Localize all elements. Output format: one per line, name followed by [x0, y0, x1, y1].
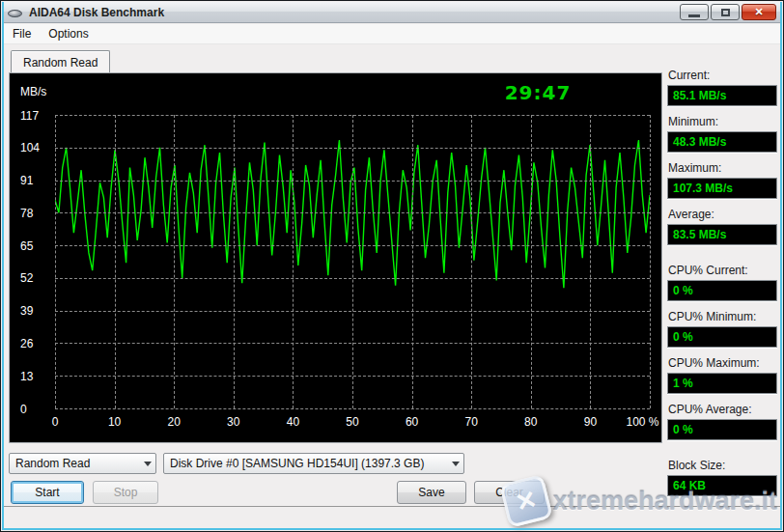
chevron-down-icon — [452, 462, 460, 466]
stat-value-current: 85.1 MB/s — [667, 85, 777, 106]
test-type-value: Random Read — [10, 457, 139, 470]
v-gridline — [352, 115, 353, 408]
maximize-button[interactable] — [711, 4, 740, 20]
close-icon: ✕ — [754, 6, 763, 18]
minimize-button[interactable] — [680, 4, 709, 20]
x-axis-tick-label: 10 — [108, 415, 121, 429]
titlebar[interactable]: AIDA64 Disk Benchmark ✕ — [2, 2, 782, 23]
h-gridline — [55, 408, 650, 409]
maximize-icon — [721, 9, 730, 16]
drive-dropdown-zone[interactable] — [447, 454, 463, 473]
stat-label-cpu-minimum: CPU% Minimum: — [668, 310, 778, 323]
stat-value-minimum: 48.3 MB/s — [667, 131, 777, 153]
stat-label-cpu-current: CPU% Current: — [668, 264, 778, 277]
stat-label-current: Current: — [668, 69, 778, 82]
v-gridline — [471, 115, 472, 408]
x-axis-tick-label: 20 — [168, 415, 181, 429]
y-axis-tick-label: 91 — [20, 174, 33, 187]
tab-random-read[interactable]: Random Read — [11, 50, 110, 73]
stat-label-maximum: Maximum: — [668, 161, 778, 175]
chevron-down-icon — [144, 462, 152, 466]
v-gridline — [234, 115, 235, 408]
v-gridline — [590, 115, 591, 408]
save-button[interactable]: Save — [397, 481, 466, 504]
x-axis-tick-label: 70 — [465, 415, 478, 429]
window-title: AIDA64 Disk Benchmark — [29, 6, 164, 19]
stat-value-average: 83.5 MB/s — [667, 224, 777, 245]
test-type-select[interactable]: Random Read — [9, 453, 156, 474]
y-axis-tick-label: 104 — [20, 141, 40, 154]
stat-label-block-size: Block Size: — [668, 459, 778, 472]
disk-icon — [8, 7, 23, 18]
minimize-icon — [688, 14, 700, 17]
stats-sidebar: Current: 85.1 MB/s Minimum: 48.3 MB/s Ma… — [667, 69, 778, 505]
clear-button[interactable]: Clear — [474, 481, 545, 504]
stat-value-cpu-minimum: 0 % — [667, 326, 777, 348]
y-axis-tick-label: 0 — [20, 403, 27, 416]
x-axis-tick-label: 0 — [52, 415, 59, 429]
x-axis-tick-label: 30 — [227, 415, 239, 429]
stat-value-cpu-average: 0 % — [667, 419, 777, 440]
close-button[interactable]: ✕ — [742, 4, 776, 20]
stat-value-maximum: 107.3 MB/s — [667, 178, 777, 199]
stat-value-cpu-maximum: 1 % — [667, 373, 777, 394]
status-separator — [4, 506, 780, 507]
y-axis-tick-label: 13 — [20, 370, 33, 383]
x-axis-tick-label: 90 — [584, 415, 597, 429]
test-type-dropdown-zone[interactable] — [139, 454, 155, 473]
x-axis-tick-label: 50 — [346, 415, 358, 429]
stat-value-cpu-current: 0 % — [667, 280, 777, 301]
x-axis-tick-label: 80 — [524, 415, 537, 429]
y-axis-tick-label: 78 — [20, 207, 33, 220]
v-gridline — [650, 115, 651, 408]
y-axis-tick-label: 65 — [20, 239, 33, 253]
app-window: AIDA64 Disk Benchmark ✕ File Options Ran… — [0, 0, 784, 532]
v-gridline — [115, 115, 116, 408]
v-gridline — [412, 115, 413, 408]
stop-button[interactable]: Stop — [93, 481, 158, 504]
tab-body: MB/s 29:47 11710491786552392613001020304… — [9, 72, 662, 443]
y-axis-unit-label: MB/s — [20, 85, 46, 98]
v-gridline — [174, 115, 175, 408]
y-axis-tick-label: 52 — [20, 271, 33, 285]
menu-file[interactable]: File — [4, 24, 40, 43]
y-axis-tick-label: 117 — [20, 109, 39, 123]
v-gridline — [55, 115, 56, 408]
y-axis-tick-label: 39 — [20, 304, 33, 318]
stat-label-cpu-average: CPU% Average: — [668, 403, 778, 416]
v-gridline — [293, 115, 294, 408]
x-axis-tick-label: 100 % — [626, 415, 658, 429]
tabstrip: Random Read — [4, 45, 780, 73]
benchmark-chart: MB/s 29:47 11710491786552392613001020304… — [10, 73, 661, 442]
start-button[interactable]: Start — [11, 481, 84, 504]
stat-label-minimum: Minimum: — [668, 115, 778, 128]
stat-value-block-size: 64 KB — [667, 475, 777, 496]
x-axis-tick-label: 40 — [287, 415, 299, 429]
elapsed-time: 29:47 — [490, 81, 586, 104]
drive-select[interactable]: Disk Drive #0 [SAMSUNG HD154UI] (1397.3 … — [163, 453, 464, 474]
stat-label-cpu-maximum: CPU% Maximum: — [668, 356, 778, 370]
y-axis-tick-label: 26 — [20, 337, 33, 350]
stat-label-average: Average: — [668, 208, 778, 221]
menubar: File Options — [4, 24, 780, 44]
v-gridline — [531, 115, 532, 408]
menu-options[interactable]: Options — [40, 24, 97, 43]
drive-select-value: Disk Drive #0 [SAMSUNG HD154UI] (1397.3 … — [164, 457, 447, 470]
x-axis-tick-label: 60 — [406, 415, 418, 429]
